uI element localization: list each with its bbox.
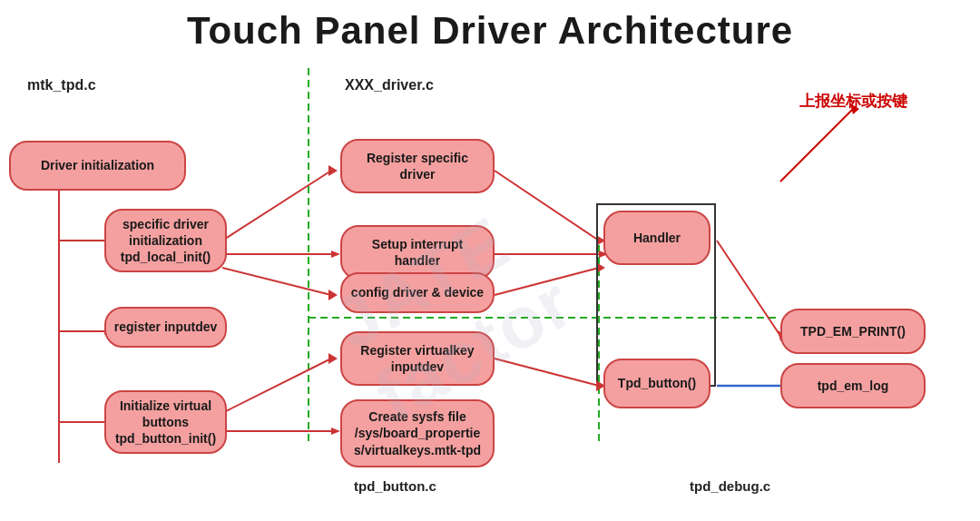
specific-driver-init-box: specific driverinitializationtpd_local_i… <box>104 209 227 272</box>
svg-line-31 <box>780 109 853 182</box>
svg-line-27 <box>717 241 780 336</box>
register-inputdev-box: register inputdev <box>104 307 227 348</box>
register-specific-driver-box: Register specificdriver <box>340 139 495 193</box>
setup-interrupt-handler-box: Setup interrupthandler <box>340 225 495 280</box>
svg-marker-25 <box>596 262 605 273</box>
handler-box: Handler <box>603 211 710 265</box>
page-title: Touch Panel Driver Architecture <box>0 0 980 53</box>
init-virtual-buttons-box: Initialize virtualbuttonstpd_button_init… <box>104 390 227 454</box>
svg-line-20 <box>495 171 599 241</box>
driver-init-box: Driver initialization <box>9 141 186 191</box>
svg-line-16 <box>222 359 331 413</box>
svg-line-14 <box>222 268 331 295</box>
tpd-em-log-box: tpd_em_log <box>780 363 926 408</box>
svg-marker-19 <box>331 428 340 435</box>
chinese-label: 上报坐标或按键 <box>799 91 907 112</box>
svg-line-33 <box>495 359 599 386</box>
tpd-debug-label: tpd_debug.c <box>690 478 770 494</box>
svg-marker-11 <box>328 165 338 176</box>
tpd-button-label: tpd_button.c <box>354 478 436 494</box>
svg-line-24 <box>495 268 599 295</box>
diagram-area: mtk_tpd.c XXX_driver.c tpd_button.c tpd_… <box>0 64 980 521</box>
tpd-em-print-box: TPD_EM_PRINT() <box>780 309 926 354</box>
tpd-button-func-box: Tpd_button() <box>603 359 710 408</box>
register-virtualkey-inputdev-box: Register virtualkeyinputdev <box>340 331 495 386</box>
svg-marker-15 <box>328 290 338 300</box>
create-sysfs-box: Create sysfs file/sys/board_properties/v… <box>340 399 495 467</box>
config-driver-device-box: config driver & device <box>340 272 495 313</box>
svg-marker-17 <box>328 353 338 364</box>
xxx-driver-label: XXX_driver.c <box>345 77 434 93</box>
mtk-tpd-label: mtk_tpd.c <box>27 77 96 93</box>
svg-marker-13 <box>331 251 340 258</box>
svg-line-10 <box>222 171 331 241</box>
